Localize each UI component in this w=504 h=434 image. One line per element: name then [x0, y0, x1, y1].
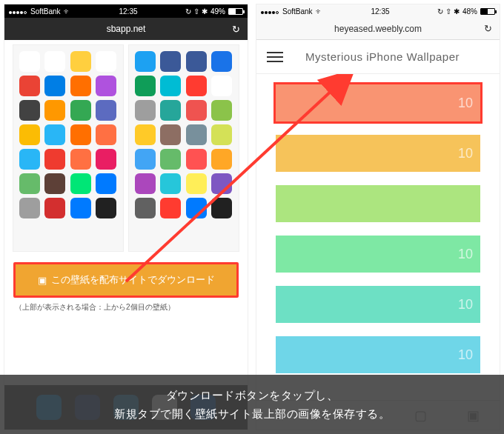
app-icon — [186, 198, 207, 218]
app-icon — [44, 100, 65, 121]
app-icon — [186, 149, 207, 170]
download-note: （上部が表示される場合：上から2個目の壁紙） — [15, 302, 237, 313]
status-bar: SoftBank ᯤ 12:35 ↻ ⇧ ✱ 48% — [256, 4, 500, 18]
url-text: sbapp.net — [107, 24, 146, 34]
app-icon — [70, 149, 91, 170]
app-icon — [160, 173, 181, 194]
url-text: heyeased.weebly.com — [334, 24, 422, 34]
homescreen-preview-1 — [13, 44, 124, 252]
app-icon — [44, 76, 65, 96]
app-icon — [211, 198, 232, 218]
app-icon — [160, 51, 181, 72]
wallpaper-swatch[interactable]: 10 — [276, 84, 480, 121]
app-icon — [186, 100, 207, 121]
homescreen-preview-2 — [128, 44, 239, 252]
status-bar: SoftBank ᯤ 12:35 ↻ ⇧ ✱ 49% — [4, 4, 248, 18]
app-icon — [211, 124, 232, 145]
wallpaper-swatch[interactable]: 10 — [276, 336, 480, 373]
wallpaper-swatch-list: 1010101010 — [256, 74, 500, 384]
app-icon — [211, 100, 232, 121]
clock: 12:35 — [371, 7, 389, 16]
app-icon — [186, 76, 207, 96]
wallpaper-swatch[interactable]: 10 — [276, 236, 480, 273]
app-icon — [70, 76, 91, 96]
app-icon — [70, 198, 91, 218]
app-icon — [44, 173, 65, 194]
app-icon — [19, 149, 40, 170]
clock: 12:35 — [119, 7, 137, 16]
app-icon — [96, 76, 116, 96]
app-icon — [186, 51, 207, 72]
app-icon — [160, 100, 181, 121]
status-icons: ↻ ⇧ ✱ — [437, 7, 460, 16]
wifi-icon: ᯤ — [316, 7, 323, 16]
signal-dots-icon — [261, 7, 279, 16]
page-title: Mysterious iPhone Wallpaper — [305, 50, 460, 63]
app-icon — [70, 51, 91, 72]
app-icon — [19, 51, 40, 72]
wallpaper-swatch[interactable] — [276, 185, 480, 222]
app-icon — [186, 173, 207, 194]
app-icon — [135, 51, 156, 72]
app-icon — [96, 51, 116, 72]
app-icon — [211, 149, 232, 170]
wifi-icon: ᯤ — [64, 7, 71, 16]
app-icon — [160, 76, 181, 96]
battery-icon — [480, 8, 495, 15]
battery-pct: 49% — [210, 7, 225, 16]
download-icon: ▣ — [38, 275, 47, 286]
app-icon — [211, 51, 232, 72]
download-button[interactable]: ▣ この壁紙を配布サイトでダウンロード — [13, 262, 239, 298]
wallpaper-previews — [9, 44, 243, 252]
app-icon — [70, 100, 91, 121]
app-icon — [44, 124, 65, 145]
app-icon — [160, 198, 181, 218]
app-icon — [135, 100, 156, 121]
caption-line-2: 新規タブで開く壁紙サイト最上部の画像を保存する。 — [114, 404, 390, 424]
hamburger-icon[interactable] — [267, 52, 283, 62]
app-icon — [96, 100, 116, 121]
app-icon — [19, 124, 40, 145]
signal-dots-icon — [9, 7, 27, 16]
battery-icon — [228, 8, 243, 15]
battery-pct: 48% — [462, 7, 477, 16]
app-icon — [44, 149, 65, 170]
app-icon — [44, 198, 65, 218]
app-icon — [186, 124, 207, 145]
app-icon — [19, 76, 40, 96]
wallpaper-swatch[interactable]: 10 — [276, 135, 480, 172]
app-icon — [96, 149, 116, 170]
carrier-label: SoftBank — [30, 7, 61, 16]
app-icon — [135, 124, 156, 145]
address-bar[interactable]: sbapp.net ↻ — [4, 18, 248, 40]
site-header: Mysterious iPhone Wallpaper — [256, 40, 500, 74]
caption-line-1: ダウンロードボタンをタップし、 — [166, 386, 339, 405]
app-icon — [19, 173, 40, 194]
reload-icon[interactable]: ↻ — [484, 23, 492, 34]
app-icon — [135, 198, 156, 218]
app-icon — [135, 149, 156, 170]
app-icon — [135, 76, 156, 96]
app-icon — [96, 173, 116, 194]
wallpaper-swatch[interactable]: 10 — [276, 286, 480, 323]
status-icons: ↻ ⇧ ✱ — [185, 7, 208, 16]
reload-icon[interactable]: ↻ — [232, 24, 240, 35]
download-label: この壁紙を配布サイトでダウンロード — [51, 273, 215, 287]
app-icon — [211, 76, 232, 96]
carrier-label: SoftBank — [282, 7, 313, 16]
app-icon — [70, 124, 91, 145]
app-icon — [96, 198, 116, 218]
phone-left: SoftBank ᯤ 12:35 ↻ ⇧ ✱ 49% sbapp.net ↻ ▣… — [4, 4, 248, 430]
app-icon — [135, 173, 156, 194]
app-icon — [70, 173, 91, 194]
app-icon — [160, 124, 181, 145]
app-icon — [211, 173, 232, 194]
instruction-caption: ダウンロードボタンをタップし、 新規タブで開く壁紙サイト最上部の画像を保存する。 — [0, 375, 504, 434]
address-bar[interactable]: heyeased.weebly.com ↻ — [256, 18, 500, 40]
phone-right: SoftBank ᯤ 12:35 ↻ ⇧ ✱ 48% heyeased.weeb… — [256, 4, 500, 430]
app-icon — [160, 149, 181, 170]
app-icon — [19, 100, 40, 121]
app-icon — [44, 51, 65, 72]
app-icon — [96, 124, 116, 145]
app-icon — [19, 198, 40, 218]
